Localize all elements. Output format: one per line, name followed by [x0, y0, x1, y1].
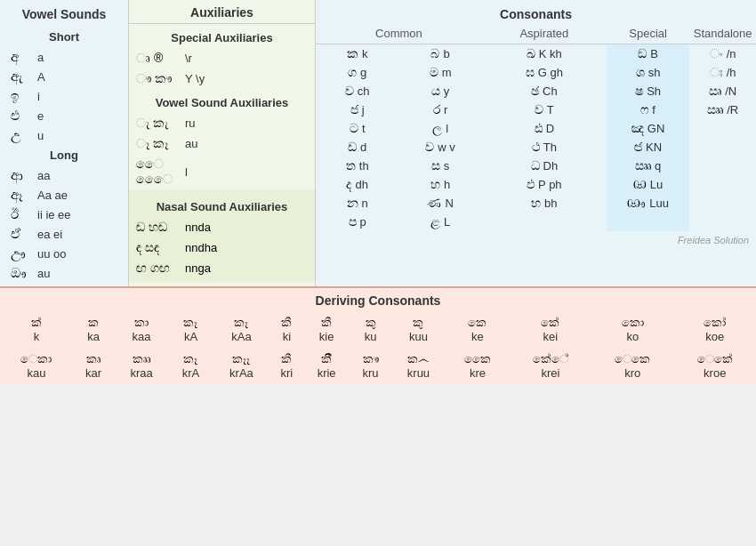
latin-label: b — [443, 47, 449, 60]
deriving-cell-sinhala: කේ — [510, 311, 591, 330]
cons-row: ෂSh — [607, 82, 689, 100]
latin-label: P ph — [538, 178, 562, 191]
vowel-row: ඈAa ae — [7, 185, 121, 205]
latin-label: Ch — [543, 84, 558, 98]
deriving-cell-latin: kuu — [391, 330, 446, 348]
latin-label: GN — [647, 122, 665, 135]
deriving-row-latin-1: kkakaakAkAakikiekukuukekeikokoe — [0, 330, 756, 348]
consonants-panel: Consonants Common Aspirated Special Stan… — [316, 0, 756, 286]
nasal-aux-rows: ඬ හඬnndaඳ සඳnndhaඟ ගඟnnga — [129, 217, 315, 278]
vowel-panel: Vowel Sounds Short අaඇAඉiඑeඋu Long ආaaඈA… — [0, 0, 129, 286]
latin-label: u — [37, 129, 44, 142]
sinhala-glyph: ෘ ® — [136, 51, 185, 66]
sinhala-glyph: ශ — [636, 65, 645, 80]
aux-row: ෟ කෟY \y — [129, 68, 315, 89]
deriving-cell-sinhala: කෑ — [169, 348, 213, 366]
deriving-cell-latin: kei — [510, 330, 591, 348]
latin-label: l — [446, 122, 448, 135]
cons-row: පp — [316, 213, 398, 231]
deriving-cell-latin: kau — [0, 366, 73, 384]
sinhala-glyph: ළ — [430, 214, 440, 229]
vowel-row: ඌuu oo — [7, 244, 121, 263]
latin-label: L — [444, 215, 450, 229]
deriving-cell-sinhala: කෑ — [213, 311, 270, 330]
cons-row: ධDh — [482, 157, 607, 175]
latin-label: d — [360, 141, 366, 154]
latin-label: p — [360, 215, 366, 229]
sinhala-glyph: ඦ — [634, 140, 642, 155]
sinhala-glyph: ට — [350, 121, 358, 136]
sinhala-glyph: ඩ — [348, 140, 357, 155]
sinhala-glyph: ඟ ගඟ — [136, 261, 185, 276]
cons-row: ඎq — [607, 157, 689, 175]
short-vowels-title: Short — [7, 27, 121, 47]
consonants-standalone-col: ං/nඃ/hඍ/Nඎ/R — [689, 44, 756, 231]
sinhala-glyph: ෙෙ ෙෙෙ — [136, 157, 185, 187]
aux-nasal-row: ඬ හඬnnda — [129, 217, 315, 237]
deriving-cell-sinhala: ෙකේ — [673, 348, 756, 366]
latin-label: /N — [725, 84, 736, 98]
latin-label: Aa ae — [37, 189, 68, 202]
sinhala-glyph: ක — [347, 46, 358, 61]
deriving-cell-sinhala: ක් — [0, 311, 73, 330]
latin-label: a — [37, 51, 44, 64]
aux-row: ෙෙ ෙෙෙl — [129, 154, 315, 189]
cons-row: ලl — [398, 119, 481, 138]
sinhala-glyph: ව — [425, 140, 434, 155]
deriving-cell-latin: koe — [673, 330, 756, 348]
deriving-section: Deriving Consonants ක්කකාකෑකෑකීකීකුකුකෙක… — [0, 286, 756, 384]
top-section: Vowel Sounds Short අaඇAඉiඑeඋu Long ආaaඈA… — [0, 0, 756, 286]
sinhala-glyph: ෟ කෟ — [136, 71, 185, 86]
consonants-common-col: කkගgචchජjටtඩdතthදdhනnපpබbමmයyරrලlවw vසsහ… — [316, 44, 482, 231]
deriving-cell-sinhala: කො — [591, 311, 673, 330]
cons-row: ං/n — [689, 44, 756, 63]
sinhala-glyph: ය — [431, 84, 440, 99]
deriving-tbody: ක්කකාකෑකෑකීකීකුකුකෙකේකොකෝkkakaakAkAakiki… — [0, 311, 756, 384]
header-special: Special — [607, 27, 689, 40]
cons-row: ඐLuu — [607, 194, 689, 213]
cons-row: ළL — [398, 213, 481, 231]
vowel-row: එe — [7, 106, 121, 125]
latin-label: t — [362, 122, 366, 135]
sinhala-glyph: ඵ — [527, 177, 535, 192]
sinhala-glyph: ඖ — [11, 265, 37, 281]
deriving-cell-latin: ku — [350, 330, 390, 348]
latin-label: g — [360, 66, 366, 79]
deriving-cell-latin: kre — [446, 366, 509, 384]
cons-row: ඝG gh — [482, 63, 607, 82]
sinhala-glyph: ජ — [350, 102, 358, 117]
sinhala-glyph: ඞ — [638, 46, 647, 61]
latin-label: bh — [544, 197, 557, 210]
cons-row: ථTh — [482, 138, 607, 157]
aux-row: ෑ කෑau — [129, 133, 315, 154]
latin-label: G gh — [538, 66, 563, 79]
sinhala-glyph: ඉ — [11, 88, 37, 104]
latin-label: m — [442, 66, 452, 79]
latin-label: ch — [358, 84, 370, 98]
cons-row: ෆf — [607, 100, 689, 119]
latin-label: D — [546, 122, 554, 135]
main-container: Vowel Sounds Short අaඇAඉiඑeඋu Long ආaaඈA… — [0, 0, 756, 384]
cons-row: බb — [398, 44, 481, 63]
vowel-row: ඇA — [7, 67, 121, 86]
latin-label: Y \y — [185, 72, 205, 85]
deriving-cell-sinhala: ක෴ — [391, 348, 446, 366]
latin-label: nndha — [185, 241, 217, 254]
vowel-row: ඒea ei — [7, 224, 121, 244]
sinhala-glyph: භ — [531, 196, 541, 211]
aux-nasal-row: ඟ ගඟnnga — [129, 258, 315, 278]
sinhala-glyph: ව — [535, 102, 543, 117]
latin-label: A — [37, 70, 45, 84]
latin-label: th — [359, 159, 369, 173]
cons-row: හh — [398, 175, 481, 194]
sinhala-glyph: ග — [348, 65, 357, 80]
cons-row: යy — [398, 82, 481, 100]
vowel-row: ආaa — [7, 165, 121, 185]
deriving-cell-sinhala: කීී — [303, 348, 350, 366]
deriving-cell-latin: kAa — [213, 330, 270, 348]
header-common: Common — [316, 27, 482, 40]
cons-row: ඞB — [607, 44, 689, 63]
deriving-row-sinhala-2: ෙකාකෘකෲකෑකෑෑකීකීීකෳක෴කෙෙකේේෙකෙෙකේ — [0, 348, 756, 366]
deriving-cell-sinhala: කෳ — [350, 348, 390, 366]
deriving-cell-sinhala: කෑෑ — [213, 348, 270, 366]
